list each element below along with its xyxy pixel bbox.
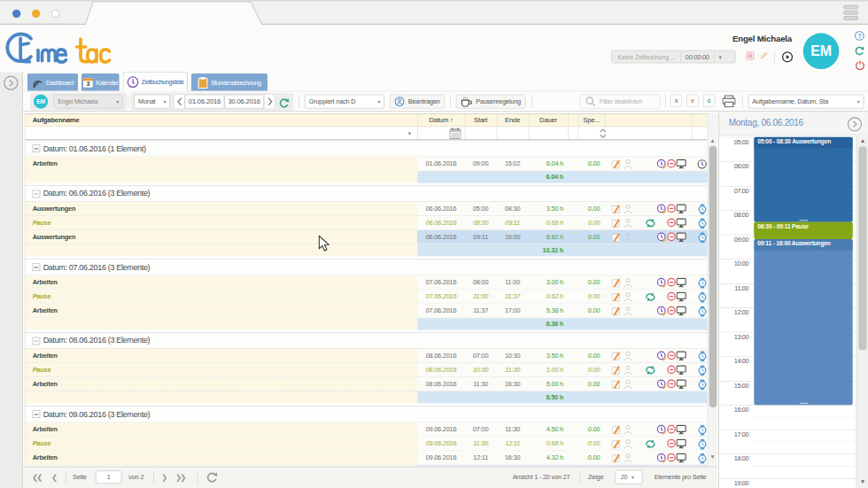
svg-text:3: 3 bbox=[86, 80, 89, 88]
svg-text:?: ? bbox=[857, 32, 862, 40]
